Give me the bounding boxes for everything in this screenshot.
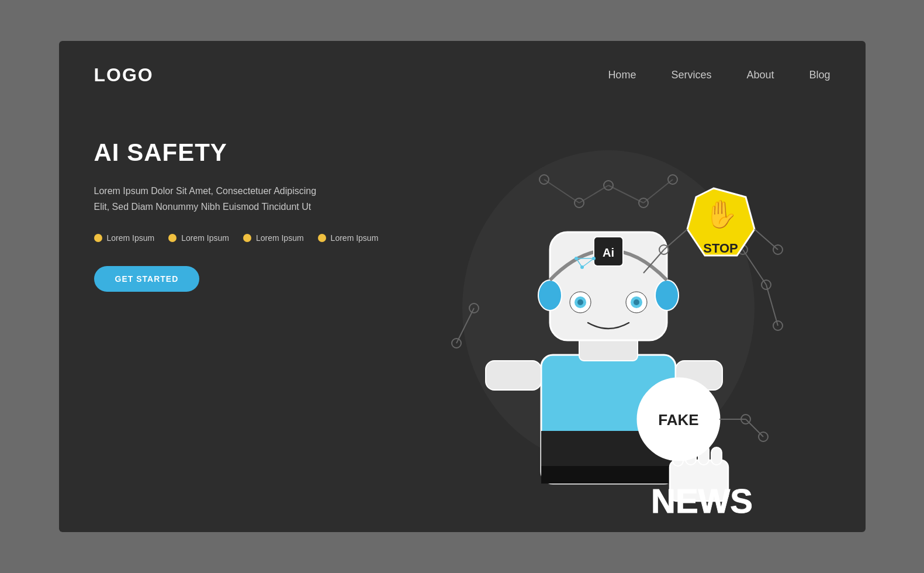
bullet-dot-4 bbox=[318, 234, 326, 242]
svg-text:✋: ✋ bbox=[704, 198, 738, 230]
right-panel: Ai bbox=[398, 115, 830, 524]
bullet-item-4: Lorem Ipsum bbox=[318, 233, 379, 243]
svg-rect-40 bbox=[486, 361, 541, 390]
bullet-list: Lorem Ipsum Lorem Ipsum Lorem Ipsum Lore… bbox=[94, 233, 398, 243]
svg-rect-46 bbox=[711, 447, 722, 465]
left-panel: AI SAFETY Lorem Ipsum Dolor Sit Amet, Co… bbox=[94, 115, 398, 292]
hero-title: AI SAFETY bbox=[94, 139, 398, 167]
robot-illustration: Ai bbox=[427, 133, 790, 530]
main-content: AI SAFETY Lorem Ipsum Dolor Sit Amet, Co… bbox=[59, 103, 866, 524]
nav-services[interactable]: Services bbox=[671, 69, 711, 81]
svg-point-26 bbox=[577, 299, 583, 305]
bullet-item-1: Lorem Ipsum bbox=[94, 233, 155, 243]
svg-point-31 bbox=[655, 280, 679, 310]
nav-about[interactable]: About bbox=[746, 69, 774, 81]
bullet-dot-1 bbox=[94, 234, 102, 242]
header: LOGO Home Services About Blog bbox=[59, 41, 866, 103]
get-started-button[interactable]: GET STARTED bbox=[94, 266, 200, 292]
bullet-dot-3 bbox=[243, 234, 251, 242]
svg-text:STOP: STOP bbox=[703, 241, 738, 256]
svg-text:FAKE: FAKE bbox=[658, 411, 698, 429]
svg-point-29 bbox=[634, 299, 639, 305]
logo: LOGO bbox=[94, 64, 154, 86]
nav-home[interactable]: Home bbox=[608, 69, 636, 81]
svg-point-30 bbox=[538, 280, 562, 310]
bullet-item-2: Lorem Ipsum bbox=[168, 233, 229, 243]
hero-description: Lorem Ipsum Dolor Sit Amet, Consectetuer… bbox=[94, 183, 398, 215]
svg-text:NEWS: NEWS bbox=[651, 482, 753, 520]
svg-rect-21 bbox=[541, 466, 676, 484]
bullet-item-3: Lorem Ipsum bbox=[243, 233, 304, 243]
svg-line-59 bbox=[746, 419, 763, 437]
navigation: Home Services About Blog bbox=[608, 69, 830, 81]
svg-text:Ai: Ai bbox=[603, 246, 614, 259]
svg-line-11 bbox=[766, 285, 778, 326]
nav-blog[interactable]: Blog bbox=[809, 69, 830, 81]
bullet-dot-2 bbox=[168, 234, 177, 242]
page-wrapper: LOGO Home Services About Blog AI SAFETY … bbox=[59, 41, 866, 532]
